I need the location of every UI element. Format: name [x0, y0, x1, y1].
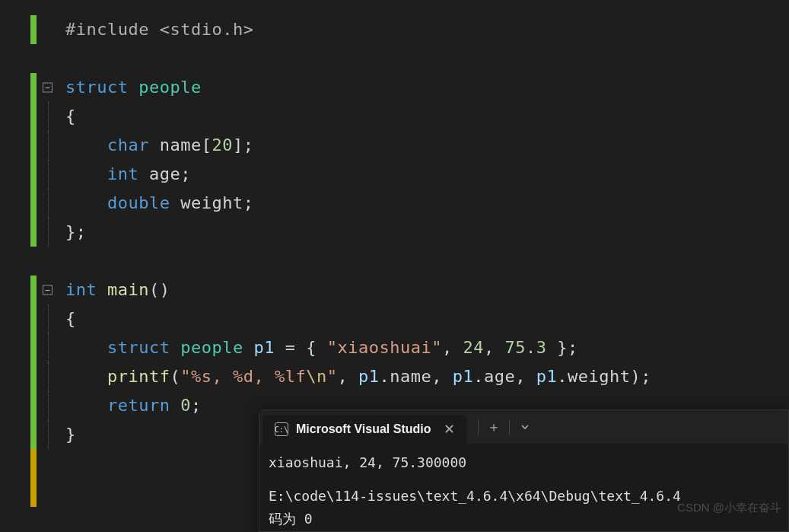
divider	[478, 419, 479, 435]
code-line[interactable]: − struct people	[0, 73, 789, 102]
terminal-titlebar[interactable]: C:\ Microsoft Visual Studio ✕ ＋	[259, 410, 788, 444]
terminal-output[interactable]: xiaoshuai, 24, 75.300000 E:\code\114-iss…	[259, 444, 788, 532]
code-line[interactable]: printf("%s, %d, %lf\n", p1.name, p1.age,…	[0, 362, 789, 391]
output-line: E:\code\114-issues\text_4.6.4\x64\Debug\…	[269, 485, 779, 508]
code-line[interactable]: #include <stdio.h>	[0, 15, 789, 44]
code-line[interactable]: − int main()	[0, 276, 789, 304]
chevron-down-icon	[520, 422, 530, 432]
tab-dropdown-button[interactable]	[513, 415, 537, 439]
preproc: #include	[65, 20, 160, 39]
close-icon[interactable]: ✕	[444, 421, 455, 438]
code-line[interactable]	[0, 44, 789, 73]
new-tab-button[interactable]: ＋	[482, 415, 506, 439]
terminal-window: C:\ Microsoft Visual Studio ✕ ＋ xiaoshua…	[259, 409, 789, 532]
fold-toggle[interactable]: −	[43, 285, 52, 295]
code-line[interactable]: struct people p1 = { "xiaoshuai", 24, 75…	[0, 333, 789, 362]
code-line[interactable]: {	[0, 304, 789, 333]
terminal-tab[interactable]: C:\ Microsoft Visual Studio ✕	[262, 415, 467, 444]
code-line[interactable]: };	[0, 218, 789, 247]
code-line[interactable]: {	[0, 102, 789, 131]
code-line[interactable]: double weight;	[0, 189, 789, 218]
code-line[interactable]	[0, 247, 789, 276]
cmd-icon: C:\	[275, 422, 288, 436]
output-line: 码为 0	[269, 508, 779, 530]
fold-toggle[interactable]: −	[43, 83, 52, 93]
code-line[interactable]: int age;	[0, 160, 789, 189]
output-line: xiaoshuai, 24, 75.300000	[269, 451, 779, 474]
terminal-tab-title: Microsoft Visual Studio	[296, 422, 431, 436]
code-line[interactable]: char name[20];	[0, 131, 789, 160]
divider	[509, 419, 510, 435]
